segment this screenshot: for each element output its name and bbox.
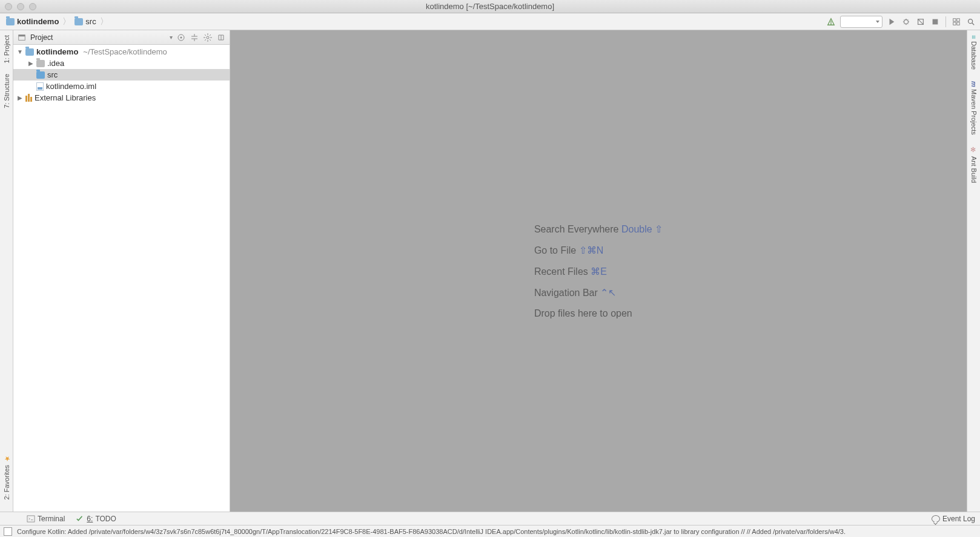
svg-rect-1	[933, 19, 938, 24]
coverage-button[interactable]	[915, 16, 926, 27]
breadcrumb-project[interactable]: kotlindemo	[4, 16, 61, 27]
tree-node-src[interactable]: src	[13, 69, 230, 81]
libraries-icon	[25, 94, 32, 102]
chevron-down-icon[interactable]: ▾	[170, 34, 173, 41]
project-panel-title: Project	[30, 33, 166, 42]
collapse-all-button[interactable]	[190, 33, 199, 42]
hint-recent-files: Recent Files ⌘E	[534, 266, 663, 277]
breadcrumb-project-label: kotlindemo	[17, 17, 59, 26]
main-area: 1: Project 7: Structure 2: Favorites ★ P…	[0, 30, 980, 512]
svg-point-11	[207, 36, 209, 39]
breadcrumb-src[interactable]: src	[72, 16, 98, 27]
zoom-window-button[interactable]	[29, 3, 36, 10]
tool-tab-favorites[interactable]: 2: Favorites ★	[2, 452, 10, 502]
hint-shortcut: ⇧⌘N	[579, 245, 604, 255]
tool-tab-terminal-label: Terminal	[38, 515, 65, 523]
project-structure-button[interactable]	[951, 16, 962, 27]
tool-tab-event-log[interactable]: Event Log	[932, 515, 975, 523]
tool-tab-maven[interactable]: m Maven Projects	[970, 79, 978, 138]
tree-root-label: kotlindemo	[36, 47, 78, 56]
iml-file-icon	[36, 82, 44, 91]
status-message: Configure Kotlin: Added /private/var/fol…	[17, 528, 976, 535]
folder-icon	[36, 60, 45, 67]
title-bar: kotlindemo [~/TestSpace/kotlindemo]	[0, 0, 980, 13]
tool-windows-toggle-button[interactable]	[4, 527, 12, 536]
settings-gear-button[interactable]	[203, 33, 213, 42]
bottom-tool-bar: Terminal 6: TODO Event Log	[0, 512, 980, 525]
tree-node-src-label: src	[47, 70, 58, 79]
hint-label: Search Everywhere	[534, 224, 619, 234]
tool-tab-maven-label: Maven Projects	[970, 89, 978, 135]
separator	[945, 16, 946, 27]
hint-shortcut: ⌘E	[591, 266, 607, 277]
project-tool-window: Project ▾ ▼ kotlindemo ~/TestSpace/kotli…	[13, 30, 230, 512]
close-window-button[interactable]	[5, 3, 12, 10]
tool-tab-todo-label: TODO	[95, 515, 116, 523]
navigation-bar: kotlindemo 〉 src 〉	[0, 13, 980, 30]
tree-root-path: ~/TestSpace/kotlindemo	[83, 47, 167, 56]
tool-tab-terminal[interactable]: Terminal	[27, 515, 65, 523]
tree-node-iml[interactable]: kotlindemo.iml	[13, 81, 230, 92]
svg-rect-2	[953, 18, 956, 21]
search-everywhere-button[interactable]	[965, 16, 976, 27]
editor-empty-area[interactable]: Search Everywhere Double ⇧ Go to File ⇧⌘…	[230, 30, 967, 512]
tree-root-node[interactable]: ▼ kotlindemo ~/TestSpace/kotlindemo	[13, 46, 230, 58]
locate-button[interactable]	[176, 33, 186, 42]
chevron-down-icon	[876, 21, 879, 23]
toolbar-right	[826, 16, 976, 28]
run-configuration-select[interactable]	[840, 16, 882, 28]
project-tree[interactable]: ▼ kotlindemo ~/TestSpace/kotlindemo ▶ .i…	[13, 45, 230, 512]
tool-tab-favorites-label: 2: Favorites	[3, 465, 10, 499]
hint-shortcut: Double ⇧	[621, 224, 663, 234]
hint-label: Drop files here to open	[534, 308, 632, 318]
run-button[interactable]	[886, 16, 897, 27]
editor-hints: Search Everywhere Double ⇧ Go to File ⇧⌘…	[534, 223, 663, 319]
hint-drop-files: Drop files here to open	[534, 308, 663, 319]
expand-arrow-icon[interactable]: ▶	[28, 60, 34, 67]
tool-tab-structure[interactable]: 7: Structure	[3, 71, 10, 111]
svg-rect-8	[19, 35, 25, 36]
expand-arrow-icon[interactable]: ▶	[17, 94, 23, 101]
tool-tab-database-label: Database	[970, 41, 978, 70]
svg-rect-3	[957, 18, 959, 21]
status-bar: Configure Kotlin: Added /private/var/fol…	[0, 525, 980, 537]
event-log-icon	[932, 515, 940, 522]
tool-tab-project[interactable]: 1: Project	[3, 33, 10, 65]
make-project-button[interactable]	[826, 16, 836, 27]
left-tool-gutter: 1: Project 7: Structure 2: Favorites ★	[0, 30, 13, 512]
tool-tab-todo-num: 6:	[87, 515, 93, 523]
tool-tab-structure-label: 7: Structure	[3, 74, 10, 108]
window-title: kotlindemo [~/TestSpace/kotlindemo]	[0, 2, 980, 11]
tree-node-idea-label: .idea	[47, 59, 64, 68]
breadcrumb-src-label: src	[85, 17, 96, 26]
right-tool-gutter: ≡ Database m Maven Projects ✻ Ant Build	[967, 30, 980, 512]
hint-shortcut: ⌃↖	[600, 288, 616, 298]
breadcrumb-separator: 〉	[62, 16, 71, 27]
minimize-window-button[interactable]	[17, 3, 24, 10]
folder-icon	[74, 18, 83, 25]
project-panel-header: Project ▾	[13, 30, 230, 45]
source-folder-icon	[36, 71, 45, 79]
svg-rect-4	[953, 22, 956, 24]
tool-tab-todo[interactable]: 6: TODO	[76, 515, 116, 523]
tool-tab-project-label: 1: Project	[3, 35, 10, 63]
debug-button[interactable]	[901, 16, 912, 27]
tree-node-idea[interactable]: ▶ .idea	[13, 58, 230, 69]
tree-node-extlib-label: External Libraries	[35, 93, 96, 102]
tool-tab-database[interactable]: ≡ Database	[970, 33, 978, 73]
hint-goto-file: Go to File ⇧⌘N	[534, 245, 663, 256]
tree-node-iml-label: kotlindemo.iml	[46, 82, 96, 91]
tool-tab-event-log-label: Event Log	[942, 515, 975, 523]
svg-point-0	[904, 19, 909, 24]
hint-navigation-bar: Navigation Bar ⌃↖	[534, 287, 663, 298]
hint-label: Go to File	[534, 245, 576, 255]
svg-point-6	[968, 19, 973, 23]
hide-panel-button[interactable]	[216, 33, 226, 42]
module-folder-icon	[25, 48, 34, 56]
breadcrumb-separator: 〉	[100, 16, 108, 27]
expand-arrow-icon[interactable]: ▼	[17, 48, 23, 55]
svg-rect-12	[27, 515, 35, 521]
tool-tab-ant[interactable]: ✻ Ant Build	[970, 143, 978, 185]
tree-node-external-libraries[interactable]: ▶ External Libraries	[13, 92, 230, 104]
stop-button[interactable]	[930, 16, 941, 27]
